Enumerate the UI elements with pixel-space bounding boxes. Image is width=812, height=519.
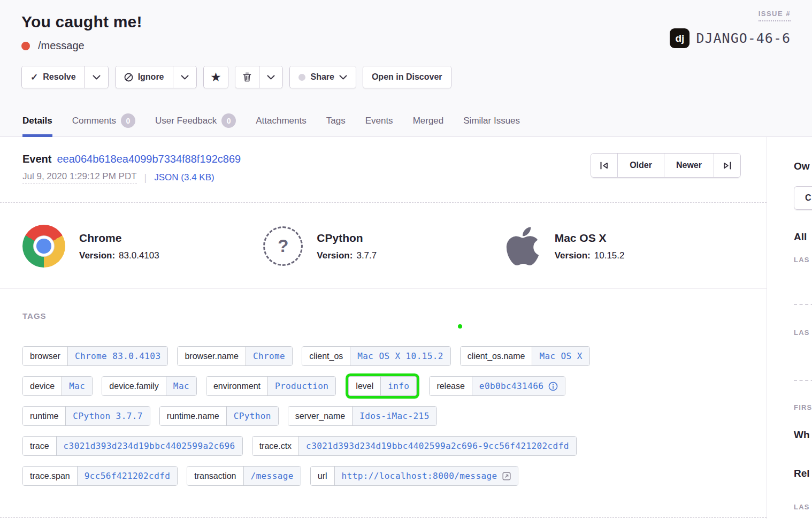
version-value: 10.15.2 <box>594 250 625 261</box>
tag-value-link[interactable]: Chrome 83.0.4103 <box>67 347 168 365</box>
tag-key: level <box>349 377 380 395</box>
older-event-button[interactable]: Older <box>617 154 664 177</box>
tag-pill-trace-ctx: trace.ctxc3021d393d234d19bbc4402599a2c69… <box>252 436 577 456</box>
ignore-dropdown-button[interactable] <box>173 66 196 88</box>
delete-dropdown-button[interactable] <box>259 66 282 88</box>
tag-value-link[interactable]: Chrome <box>246 347 292 365</box>
tab-details[interactable]: Details <box>22 113 52 136</box>
tag-value-link[interactable]: e0b0bc431466 <box>472 377 565 395</box>
newer-event-button[interactable]: Newer <box>664 154 714 177</box>
first-label: FIRS <box>794 403 812 411</box>
tag-key: browser.name <box>178 347 246 365</box>
tag-value-link[interactable]: c3021d393d234d19bbc4402599a2c696 <box>56 437 242 455</box>
oldest-event-button[interactable] <box>591 154 617 177</box>
last-label-2: LAS <box>794 329 810 337</box>
right-sidebar: OwCAllLASLASFIRSWhRelLAS <box>767 137 812 519</box>
tag-key: server_name <box>288 407 352 425</box>
tab-count-badge: 0 <box>221 113 236 128</box>
bookmark-button[interactable]: ★ <box>204 66 228 88</box>
tag-value-link[interactable]: Production <box>267 377 335 395</box>
context-version: Version:83.0.4103 <box>79 250 159 261</box>
tags-heading: TAGS <box>22 311 743 320</box>
bookmark-button-group: ★ <box>203 66 229 88</box>
status-dot-icon <box>298 74 305 81</box>
tag-pill-level: levelinfo <box>348 376 417 396</box>
tag-key: runtime.name <box>160 407 226 425</box>
tag-pill-url: urlhttp://localhost:8000/message <box>310 466 518 486</box>
share-button[interactable]: Share <box>290 66 355 88</box>
tag-pill-trace: tracec3021d393d234d19bbc4402599a2c696 <box>22 436 243 456</box>
tag-pill-client-os: client_osMac OS X 10.15.2 <box>302 346 451 366</box>
main-area: Event eea064b618ea4099b7334f88f192c869 J… <box>0 137 812 519</box>
ignore-button-group: Ignore <box>115 66 197 88</box>
tag-row: browserChrome 83.0.4103browser.nameChrom… <box>22 346 743 366</box>
tag-value-link[interactable]: CPython 3.7.7 <box>65 407 149 425</box>
context-card-chrome: ChromeVersion:83.0.4103 <box>22 224 263 268</box>
issue-tabs: DetailsComments0User Feedback0Attachment… <box>22 113 520 136</box>
tag-value-link[interactable]: c3021d393d234d19bbc4402599a2c696-9cc56f4… <box>298 437 576 455</box>
ignore-button[interactable]: Ignore <box>116 66 173 88</box>
tag-value-link[interactable]: http://localhost:8000/message <box>334 467 518 485</box>
tab-user-feedback[interactable]: User Feedback0 <box>155 113 236 136</box>
meta-divider: | <box>144 172 147 184</box>
resolve-button[interactable]: ✓ Resolve <box>22 66 85 88</box>
who-heading: Wh <box>794 429 810 441</box>
info-icon[interactable] <box>548 381 558 391</box>
tag-pill-runtime-name: runtime.nameCPython <box>159 406 279 426</box>
share-label: Share <box>310 72 334 82</box>
context-name: Mac OS X <box>555 232 625 245</box>
version-value: 3.7.7 <box>356 250 377 261</box>
latest-event-button[interactable] <box>714 154 740 177</box>
delete-button[interactable] <box>235 66 259 88</box>
tab-tags[interactable]: Tags <box>326 113 346 136</box>
tag-value-link[interactable]: Mac OS X <box>532 347 589 365</box>
tab-comments[interactable]: Comments0 <box>72 113 135 136</box>
resolve-button-group: ✓ Resolve <box>21 66 109 88</box>
assignee-button[interactable]: C <box>794 186 812 210</box>
tag-value-link[interactable]: Idos-iMac-215 <box>352 407 436 425</box>
tag-value-link[interactable]: Mac <box>166 377 196 395</box>
tag-row: runtimeCPython 3.7.7runtime.nameCPythons… <box>22 406 743 426</box>
open-discover-button-group: Open in Discover <box>363 66 451 88</box>
tab-label: Tags <box>326 116 346 126</box>
tag-key: device <box>23 377 62 395</box>
context-card-mac-os-x: Mac OS XVersion:10.15.2 <box>504 224 745 268</box>
tag-value-link[interactable]: /message <box>243 467 301 485</box>
tag-value-link[interactable]: 9cc56f421202cdfd <box>77 467 178 485</box>
ignore-label: Ignore <box>138 72 164 82</box>
version-label: Version: <box>555 250 591 261</box>
tab-events[interactable]: Events <box>365 113 393 136</box>
event-label: Event <box>22 153 51 165</box>
release-heading: Rel <box>794 468 810 479</box>
tag-pill-client-os-name: client_os.nameMac OS X <box>460 346 590 366</box>
chevron-down-icon <box>93 75 101 80</box>
tag-value-link[interactable]: Mac <box>62 377 92 395</box>
tab-merged[interactable]: Merged <box>413 113 444 136</box>
version-label: Version: <box>79 250 115 261</box>
tab-label: Events <box>365 116 393 126</box>
tab-attachments[interactable]: Attachments <box>256 113 307 136</box>
event-id-link[interactable]: eea064b618ea4099b7334f88f192c869 <box>57 153 241 165</box>
cursor-dot-icon <box>458 324 462 329</box>
open-in-discover-button[interactable]: Open in Discover <box>363 66 451 88</box>
unknown-runtime-icon: ? <box>263 226 303 266</box>
chevron-down-icon <box>181 75 189 80</box>
tag-key: trace.span <box>23 467 77 485</box>
django-project-icon: dj <box>670 28 690 48</box>
action-bar: ✓ Resolve Ignore ★ <box>21 66 791 88</box>
tag-value-link[interactable]: CPython <box>226 407 278 425</box>
tag-key: device.family <box>102 377 165 395</box>
event-json-link[interactable]: JSON (3.4 KB) <box>154 172 214 183</box>
tab-label: Similar Issues <box>463 116 520 126</box>
tab-similar-issues[interactable]: Similar Issues <box>463 113 520 136</box>
context-version: Version:3.7.7 <box>317 250 377 261</box>
tab-label: Attachments <box>256 116 307 126</box>
resolve-dropdown-button[interactable] <box>85 66 108 88</box>
external-link-icon[interactable] <box>502 472 511 480</box>
tag-value-link[interactable]: info <box>380 377 416 395</box>
context-name: Chrome <box>79 232 159 245</box>
tag-row: trace.span9cc56f421202cdfdtransaction/me… <box>22 466 743 486</box>
context-text: ChromeVersion:83.0.4103 <box>79 232 159 261</box>
tag-value-link[interactable]: Mac OS X 10.15.2 <box>350 347 450 365</box>
slash-icon <box>124 73 133 82</box>
